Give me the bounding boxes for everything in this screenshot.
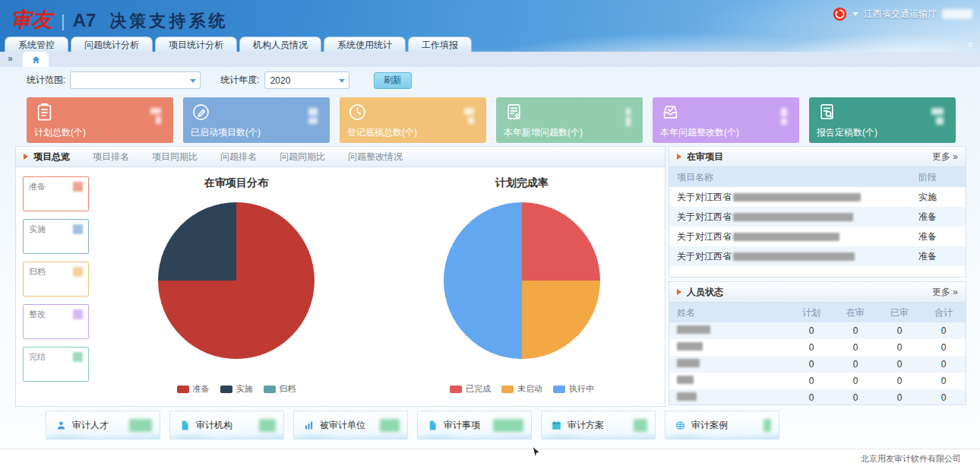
project-name-redacted [733, 252, 855, 261]
red-circle-refresh-icon[interactable] [833, 7, 847, 21]
nav-tab-4[interactable]: 机构人员情况 [239, 36, 321, 52]
quick-link-1[interactable]: 审计人才 [46, 411, 160, 440]
stage-box-3[interactable]: 归档 [23, 262, 89, 297]
stage-box-value-redacted [73, 352, 83, 362]
personnel-row[interactable]: 0000 [669, 322, 966, 339]
refresh-button[interactable]: 刷新 [374, 72, 412, 89]
column-header: 项目名称 [669, 167, 911, 187]
legend-item-准备[interactable]: 准备 [177, 383, 210, 395]
pie-chart-projects [158, 202, 315, 359]
overview-tab-4[interactable]: 问题排名 [220, 151, 257, 163]
legend-item-执行中[interactable]: 执行中 [553, 383, 594, 395]
stat-card-label: 已启动项目数(个) [191, 126, 261, 139]
year-label: 统计年度: [220, 74, 259, 87]
table-header-row: 项目名称阶段 [669, 167, 966, 187]
person-name-cell [669, 356, 789, 373]
edit-circle-icon [191, 102, 211, 122]
quick-links-row: 审计人才审计机构被审计单位审计事项审计方案审计案例 [46, 411, 779, 440]
project-row[interactable]: 关于对江西省准备 [669, 246, 966, 266]
person-name-cell [669, 373, 789, 389]
panel-header: 在审项目 更多 » [669, 147, 966, 167]
overview-tab-5[interactable]: 问题同期比 [280, 151, 325, 163]
chart-legend: 已完成未启动执行中 [450, 383, 594, 395]
scope-select[interactable] [70, 71, 201, 89]
stat-cell: 0 [789, 322, 833, 339]
main-nav-tabs: 系统管控问题统计分析项目统计分析机构人员情况系统使用统计工作填报 [5, 36, 472, 52]
clock-icon [347, 102, 368, 122]
legend-item-实施[interactable]: 实施 [220, 383, 253, 395]
footer-divider [0, 449, 980, 449]
stat-card-2[interactable]: 已启动项目数(个) [183, 97, 330, 143]
stat-cell: 0 [877, 373, 922, 389]
quick-link-4[interactable]: 审计事项 [417, 411, 532, 440]
double-chevron-right-icon[interactable]: » [8, 53, 13, 64]
quick-link-label: 审计事项 [444, 419, 480, 432]
nav-tab-6[interactable]: 工作填报 [408, 36, 472, 52]
nav-tab-5[interactable]: 系统使用统计 [324, 36, 406, 52]
overview-tab-3[interactable]: 项目同期比 [152, 151, 198, 163]
pie-chart-block-completion: 计划完成率 已完成未启动执行中 [379, 167, 665, 407]
legend-item-未启动[interactable]: 未启动 [501, 383, 542, 395]
legend-label: 实施 [236, 383, 253, 395]
stat-card-1[interactable]: 计划总数(个) [27, 97, 173, 143]
project-row[interactable]: 关于对江西省实施 [669, 187, 966, 207]
overview-tab-2[interactable]: 项目排名 [93, 151, 129, 163]
legend-color-chip [450, 386, 462, 393]
person-name-cell [669, 339, 789, 356]
quick-link-value-redacted [634, 419, 647, 432]
more-link[interactable]: 更多 » [932, 151, 958, 163]
quick-link-3[interactable]: 被审计单位 [293, 411, 408, 440]
personnel-row[interactable]: 0000 [669, 356, 966, 373]
stage-box-4[interactable]: 整改 [23, 304, 89, 339]
stage-box-5[interactable]: 完结 [23, 347, 89, 382]
project-name-redacted [733, 233, 839, 241]
stat-cell: 0 [789, 373, 833, 389]
stage-box-label: 准备 [29, 181, 46, 192]
legend-label: 归档 [280, 383, 296, 395]
overview-tab-6[interactable]: 问题整改情况 [348, 151, 403, 163]
stage-box-label: 归档 [29, 266, 46, 278]
quick-link-2[interactable]: 审计机构 [169, 411, 284, 440]
nav-tab-2[interactable]: 问题统计分析 [71, 36, 153, 52]
logo: 审友 | A7 决策支持系统 [11, 6, 228, 33]
projects-under-review-panel: 在审项目 更多 » 项目名称阶段关于对江西省实施关于对江西省准备关于对江西省准备… [669, 146, 966, 278]
clipboard-icon [34, 102, 55, 122]
quick-link-5[interactable]: 审计方案 [541, 411, 656, 440]
stat-card-value-redacted [308, 108, 318, 124]
personnel-table: 姓名计划在审已审合计000000000000000000000000 [669, 303, 966, 405]
stat-cell: 0 [789, 356, 833, 373]
nav-tab-3[interactable]: 项目统计分析 [155, 36, 237, 52]
stat-card-3[interactable]: 登记底稿总数(个) [340, 97, 486, 143]
legend-item-已完成[interactable]: 已完成 [450, 383, 491, 395]
file-icon [427, 420, 438, 431]
quick-link-6[interactable]: 审计案例 [665, 411, 779, 440]
personnel-row[interactable]: 0000 [669, 339, 966, 356]
project-row[interactable]: 关于对江西省准备 [669, 227, 966, 246]
stat-card-5[interactable]: 本年问题整改数(个) [653, 97, 799, 143]
personnel-row[interactable]: 0000 [669, 373, 966, 389]
project-row[interactable]: 关于对江西省准备 [669, 207, 966, 227]
year-select[interactable]: 2020 [264, 71, 349, 89]
legend-label: 未启动 [517, 383, 542, 395]
project-stage-cell: 准备 [911, 207, 966, 227]
stat-card-4[interactable]: 本年新增问题数(个) [496, 97, 643, 143]
stat-card-label: 本年问题整改数(个) [660, 126, 739, 139]
brand-logo: 审友 [11, 6, 53, 33]
project-name-cell: 关于对江西省 [669, 187, 911, 207]
more-link[interactable]: 更多 » [932, 286, 958, 299]
user-menu-caret-icon[interactable] [852, 12, 858, 16]
home-tab[interactable] [23, 52, 49, 67]
stage-box-1[interactable]: 准备 [23, 176, 89, 211]
legend-item-归档[interactable]: 归档 [264, 383, 296, 395]
user-name-redacted[interactable] [942, 9, 972, 19]
stage-box-2[interactable]: 实施 [23, 219, 89, 254]
stat-card-6[interactable]: 报告定稿数(个) [809, 97, 956, 143]
nav-tab-1[interactable]: 系统管控 [5, 36, 68, 52]
personnel-row[interactable]: 0000 [669, 389, 966, 405]
overview-tab-1[interactable]: 项目总览 [33, 151, 70, 163]
stat-cell: 0 [877, 339, 922, 356]
stat-cell: 0 [833, 322, 877, 339]
logo-divider: | [61, 11, 65, 31]
double-chevron-up-icon[interactable]: » [964, 42, 975, 48]
legend-color-chip [220, 386, 232, 393]
